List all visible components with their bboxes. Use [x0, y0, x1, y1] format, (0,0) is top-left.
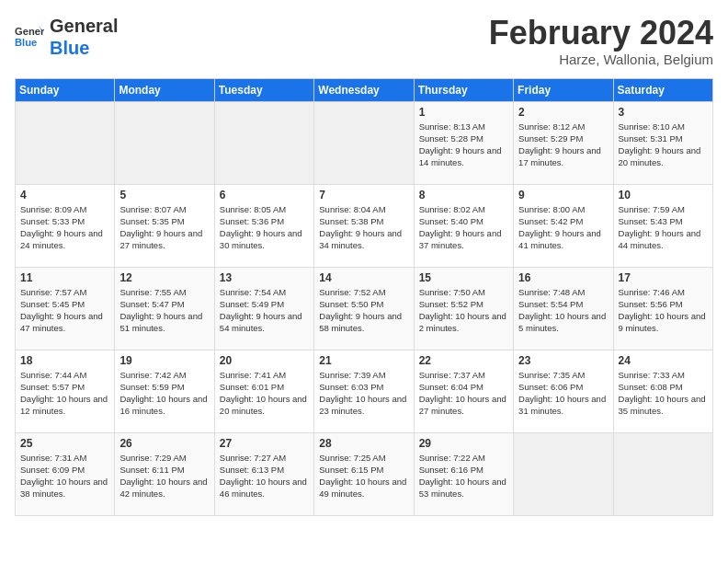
day-info: Sunrise: 7:37 AM Sunset: 6:04 PM Dayligh… — [419, 369, 508, 418]
calendar-cell: 15Sunrise: 7:50 AM Sunset: 5:52 PM Dayli… — [414, 267, 513, 350]
calendar-cell — [613, 432, 712, 515]
weekday-header-tuesday: Tuesday — [214, 78, 313, 101]
day-number: 16 — [518, 271, 608, 284]
day-number: 7 — [319, 189, 408, 201]
weekday-header-friday: Friday — [514, 78, 613, 101]
day-number: 10 — [619, 189, 708, 201]
day-number: 4 — [20, 189, 109, 201]
weekday-header-sunday: Sunday — [16, 78, 115, 101]
page-header: General Blue General Blue February 2024 … — [15, 15, 713, 67]
calendar-cell: 10Sunrise: 7:59 AM Sunset: 5:43 PM Dayli… — [613, 184, 712, 267]
calendar-cell: 9Sunrise: 8:00 AM Sunset: 5:42 PM Daylig… — [514, 184, 613, 267]
day-number: 3 — [619, 106, 708, 119]
calendar-cell: 1Sunrise: 8:13 AM Sunset: 5:28 PM Daylig… — [414, 101, 513, 184]
calendar-cell: 26Sunrise: 7:29 AM Sunset: 6:11 PM Dayli… — [115, 432, 214, 515]
day-info: Sunrise: 8:05 AM Sunset: 5:36 PM Dayligh… — [220, 203, 309, 252]
calendar-cell: 14Sunrise: 7:52 AM Sunset: 5:50 PM Dayli… — [314, 267, 414, 350]
calendar-cell: 2Sunrise: 8:12 AM Sunset: 5:29 PM Daylig… — [514, 101, 613, 184]
week-row-3: 11Sunrise: 7:57 AM Sunset: 5:45 PM Dayli… — [16, 267, 713, 350]
weekday-header-saturday: Saturday — [613, 78, 712, 101]
day-number: 23 — [518, 354, 608, 367]
logo-icon: General Blue — [15, 24, 44, 50]
day-info: Sunrise: 7:31 AM Sunset: 6:09 PM Dayligh… — [20, 452, 109, 500]
day-number: 14 — [319, 271, 408, 284]
calendar-cell: 13Sunrise: 7:54 AM Sunset: 5:49 PM Dayli… — [214, 267, 313, 350]
day-number: 20 — [220, 354, 309, 367]
calendar-cell: 28Sunrise: 7:25 AM Sunset: 6:15 PM Dayli… — [314, 432, 414, 515]
day-number: 15 — [419, 271, 508, 284]
day-info: Sunrise: 8:04 AM Sunset: 5:38 PM Dayligh… — [319, 203, 408, 252]
calendar-cell: 29Sunrise: 7:22 AM Sunset: 6:16 PM Dayli… — [414, 432, 513, 515]
day-info: Sunrise: 8:13 AM Sunset: 5:28 PM Dayligh… — [419, 121, 508, 169]
week-row-4: 18Sunrise: 7:44 AM Sunset: 5:57 PM Dayli… — [16, 350, 713, 432]
weekday-header-monday: Monday — [115, 78, 214, 101]
calendar-cell: 24Sunrise: 7:33 AM Sunset: 6:08 PM Dayli… — [613, 350, 712, 432]
day-info: Sunrise: 7:41 AM Sunset: 6:01 PM Dayligh… — [220, 369, 309, 418]
calendar-cell: 18Sunrise: 7:44 AM Sunset: 5:57 PM Dayli… — [16, 350, 115, 432]
day-number: 28 — [319, 437, 408, 450]
day-info: Sunrise: 7:27 AM Sunset: 6:13 PM Dayligh… — [220, 452, 309, 500]
day-number: 19 — [119, 354, 209, 367]
day-number: 29 — [419, 437, 508, 450]
calendar-cell — [314, 101, 414, 184]
day-number: 26 — [119, 437, 209, 450]
day-info: Sunrise: 7:57 AM Sunset: 5:45 PM Dayligh… — [20, 286, 109, 335]
day-info: Sunrise: 7:52 AM Sunset: 5:50 PM Dayligh… — [319, 286, 408, 335]
calendar-cell: 17Sunrise: 7:46 AM Sunset: 5:56 PM Dayli… — [613, 267, 712, 350]
weekday-header-wednesday: Wednesday — [314, 78, 414, 101]
calendar-cell: 11Sunrise: 7:57 AM Sunset: 5:45 PM Dayli… — [16, 267, 115, 350]
day-info: Sunrise: 7:55 AM Sunset: 5:47 PM Dayligh… — [119, 286, 209, 335]
day-info: Sunrise: 8:00 AM Sunset: 5:42 PM Dayligh… — [518, 203, 608, 252]
weekday-header-thursday: Thursday — [414, 78, 513, 101]
day-number: 8 — [419, 189, 508, 201]
logo-blue: Blue — [50, 37, 118, 59]
svg-text:Blue: Blue — [15, 37, 37, 48]
day-info: Sunrise: 7:42 AM Sunset: 5:59 PM Dayligh… — [119, 369, 209, 418]
calendar-cell: 27Sunrise: 7:27 AM Sunset: 6:13 PM Dayli… — [214, 432, 313, 515]
day-number: 5 — [119, 189, 209, 201]
day-info: Sunrise: 7:22 AM Sunset: 6:16 PM Dayligh… — [419, 452, 508, 500]
day-info: Sunrise: 8:10 AM Sunset: 5:31 PM Dayligh… — [619, 121, 708, 169]
day-info: Sunrise: 7:46 AM Sunset: 5:56 PM Dayligh… — [619, 286, 708, 335]
day-info: Sunrise: 7:39 AM Sunset: 6:03 PM Dayligh… — [319, 369, 408, 418]
calendar-cell: 6Sunrise: 8:05 AM Sunset: 5:36 PM Daylig… — [214, 184, 313, 267]
calendar-cell — [514, 432, 613, 515]
day-number: 24 — [619, 354, 708, 367]
day-info: Sunrise: 7:44 AM Sunset: 5:57 PM Dayligh… — [20, 369, 109, 418]
day-info: Sunrise: 7:29 AM Sunset: 6:11 PM Dayligh… — [119, 452, 209, 500]
location: Harze, Wallonia, Belgium — [489, 52, 713, 67]
day-number: 21 — [319, 354, 408, 367]
calendar-table: SundayMondayTuesdayWednesdayThursdayFrid… — [15, 78, 713, 516]
day-number: 27 — [220, 437, 309, 450]
day-info: Sunrise: 8:07 AM Sunset: 5:35 PM Dayligh… — [119, 203, 209, 252]
logo-general: General — [50, 15, 118, 37]
calendar-cell: 21Sunrise: 7:39 AM Sunset: 6:03 PM Dayli… — [314, 350, 414, 432]
day-number: 9 — [518, 189, 608, 201]
month-title: February 2024 — [489, 15, 713, 52]
calendar-cell: 8Sunrise: 8:02 AM Sunset: 5:40 PM Daylig… — [414, 184, 513, 267]
day-info: Sunrise: 7:35 AM Sunset: 6:06 PM Dayligh… — [518, 369, 608, 418]
calendar-cell: 20Sunrise: 7:41 AM Sunset: 6:01 PM Dayli… — [214, 350, 313, 432]
day-number: 1 — [419, 106, 508, 119]
day-number: 6 — [220, 189, 309, 201]
day-number: 13 — [220, 271, 309, 284]
calendar-cell: 3Sunrise: 8:10 AM Sunset: 5:31 PM Daylig… — [613, 101, 712, 184]
day-number: 22 — [419, 354, 508, 367]
day-info: Sunrise: 7:50 AM Sunset: 5:52 PM Dayligh… — [419, 286, 508, 335]
day-number: 25 — [20, 437, 109, 450]
calendar-cell: 23Sunrise: 7:35 AM Sunset: 6:06 PM Dayli… — [514, 350, 613, 432]
calendar-cell: 5Sunrise: 8:07 AM Sunset: 5:35 PM Daylig… — [115, 184, 214, 267]
week-row-5: 25Sunrise: 7:31 AM Sunset: 6:09 PM Dayli… — [16, 432, 713, 515]
day-number: 2 — [518, 106, 608, 119]
day-info: Sunrise: 7:59 AM Sunset: 5:43 PM Dayligh… — [619, 203, 708, 252]
day-number: 12 — [119, 271, 209, 284]
day-info: Sunrise: 7:54 AM Sunset: 5:49 PM Dayligh… — [220, 286, 309, 335]
calendar-cell — [115, 101, 214, 184]
calendar-cell — [214, 101, 313, 184]
day-number: 11 — [20, 271, 109, 284]
logo: General Blue General Blue — [15, 15, 118, 59]
calendar-cell: 16Sunrise: 7:48 AM Sunset: 5:54 PM Dayli… — [514, 267, 613, 350]
calendar-cell: 12Sunrise: 7:55 AM Sunset: 5:47 PM Dayli… — [115, 267, 214, 350]
calendar-cell: 19Sunrise: 7:42 AM Sunset: 5:59 PM Dayli… — [115, 350, 214, 432]
day-info: Sunrise: 8:12 AM Sunset: 5:29 PM Dayligh… — [518, 121, 608, 169]
